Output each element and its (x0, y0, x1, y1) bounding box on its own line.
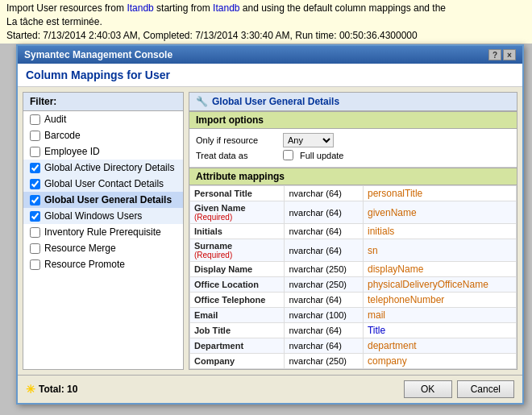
notice-line3: Started: 7/13/2014 2:40:03 AM, Completed… (6, 29, 526, 43)
attr-mapping-department[interactable]: department (363, 338, 516, 354)
filter-item-global-general[interactable]: Global User General Details (23, 192, 183, 208)
filter-item-resource-promote[interactable]: Resource Promote (23, 256, 183, 272)
table-row: Surname(Required) nvarchar (64) sn (190, 239, 517, 262)
dialog-title: Symantec Management Console (24, 49, 172, 60)
dialog-header: Column Mappings for User (18, 64, 522, 87)
filter-checkbox-global-ad[interactable] (30, 163, 40, 173)
dialog-footer: ✳ Total: 10 OK Cancel (18, 375, 522, 403)
attr-mapping-surname[interactable]: sn (363, 239, 516, 262)
close-button[interactable]: × (503, 49, 516, 60)
filter-item-audit[interactable]: Audit (23, 111, 183, 127)
attr-type-office-telephone: nvarchar (64) (285, 293, 364, 308)
attr-name-given-name: Given Name(Required) (190, 201, 285, 224)
filter-label-global-general: Global User General Details (44, 194, 172, 205)
footer-total: ✳ Total: 10 (26, 383, 77, 396)
filter-item-global-ad[interactable]: Global Active Directory Details (23, 160, 183, 176)
dialog-body: Filter: Audit Barcode Employee ID Global… (18, 87, 522, 375)
attr-type-office-location: nvarchar (250) (285, 277, 364, 293)
attr-mapping-company[interactable]: company (363, 354, 516, 369)
star-icon: ✳ (26, 383, 35, 396)
filter-label-audit: Audit (44, 114, 66, 125)
filter-header: Filter: (23, 93, 183, 111)
treat-data-as-label: Treat data as (196, 151, 276, 160)
table-row: Personal Title nvarchar (64) personalTit… (190, 186, 517, 201)
cancel-button[interactable]: Cancel (457, 380, 514, 398)
attr-name-email: Email (190, 308, 285, 323)
ok-button[interactable]: OK (404, 380, 452, 398)
table-row: Email nvarchar (100) mail (190, 308, 517, 323)
table-row: Department nvarchar (64) department (190, 338, 517, 354)
attr-type-department: nvarchar (64) (285, 338, 364, 354)
import-options-header: Import options (189, 111, 517, 129)
help-button[interactable]: ? (488, 49, 501, 60)
attr-type-personal-title: nvarchar (64) (285, 186, 364, 201)
filter-label-resource-promote: Resource Promote (44, 259, 125, 270)
attr-name-job-title: Job Title (190, 323, 285, 338)
attr-table-container: Personal Title nvarchar (64) personalTit… (189, 185, 517, 369)
attr-type-surname: nvarchar (64) (285, 239, 364, 262)
attr-type-company: nvarchar (250) (285, 354, 364, 369)
filter-label-global-ad: Global Active Directory Details (44, 162, 174, 173)
attr-name-surname: Surname(Required) (190, 239, 285, 262)
attr-type-display-name: nvarchar (250) (285, 262, 364, 277)
filter-panel: Filter: Audit Barcode Employee ID Global… (23, 92, 184, 370)
filter-checkbox-resource-merge[interactable] (30, 243, 40, 254)
default-mappings-link[interactable]: default column mappings (303, 2, 410, 14)
table-row: Given Name(Required) nvarchar (64) given… (190, 201, 517, 224)
filter-checkbox-resource-promote[interactable] (30, 259, 40, 270)
filter-label-employee-id: Employee ID (44, 146, 100, 157)
filter-item-barcode[interactable]: Barcode (23, 127, 183, 143)
attr-type-email: nvarchar (100) (285, 308, 364, 323)
table-row: Display Name nvarchar (250) displayName (190, 262, 517, 277)
only-if-resource-label: Only if resource (196, 135, 276, 145)
attr-name-department: Department (190, 338, 285, 354)
filter-checkbox-inventory[interactable] (30, 227, 40, 238)
attr-mapping-personal-title[interactable]: personalTitle (363, 186, 516, 201)
filter-item-employee-id[interactable]: Employee ID (23, 143, 183, 160)
treat-data-as-row: Treat data as Full update (196, 150, 510, 160)
filter-checkbox-global-windows[interactable] (30, 211, 40, 222)
filter-checkbox-global-general[interactable] (30, 195, 40, 205)
attr-mapping-email[interactable]: mail (363, 308, 516, 323)
filter-label-global-windows: Global Windows Users (44, 210, 142, 222)
right-panel-icon: 🔧 (196, 96, 208, 107)
filter-item-global-windows[interactable]: Global Windows Users (23, 208, 183, 224)
filter-label-inventory: Inventory Rule Prerequisite (44, 226, 161, 238)
attr-name-company: Company (190, 354, 285, 369)
full-update-checkbox[interactable] (283, 150, 293, 160)
attr-name-office-telephone: Office Telephone (190, 293, 285, 308)
table-row: Company nvarchar (250) company (190, 354, 517, 369)
attr-type-initials: nvarchar (64) (285, 224, 364, 239)
right-panel-title: Global User General Details (212, 96, 339, 107)
right-panel: 🔧 Global User General Details Import opt… (189, 92, 517, 370)
top-notice: Import User resources from Itandb starti… (0, 0, 532, 44)
filter-item-inventory[interactable]: Inventory Rule Prerequisite (23, 224, 183, 240)
filter-checkbox-barcode[interactable] (30, 131, 40, 141)
table-row: Office Location nvarchar (250) physicalD… (190, 277, 517, 293)
filter-checkbox-audit[interactable] (30, 114, 40, 125)
full-update-label: Full update (300, 151, 380, 160)
right-panel-header: 🔧 Global User General Details (189, 93, 517, 111)
table-row: Office Telephone nvarchar (64) telephone… (190, 293, 517, 308)
import-options-section: Only if resource Any New Existing Treat … (189, 129, 517, 168)
filter-checkbox-global-contact[interactable] (30, 179, 40, 189)
filter-item-global-contact[interactable]: Global User Contact Details (23, 176, 183, 192)
filter-checkbox-employee-id[interactable] (30, 147, 40, 157)
footer-buttons: OK Cancel (404, 380, 514, 398)
attr-mapping-given-name[interactable]: givenName (363, 201, 516, 224)
filter-item-resource-merge[interactable]: Resource Merge (23, 240, 183, 256)
titlebar-buttons: ? × (488, 49, 516, 60)
only-if-resource-select[interactable]: Any New Existing (283, 133, 334, 147)
attr-name-display-name: Display Name (190, 262, 285, 277)
filter-label-barcode: Barcode (44, 130, 81, 141)
attr-mapping-display-name[interactable]: displayName (363, 262, 516, 277)
attr-mapping-office-telephone[interactable]: telephoneNumber (363, 293, 516, 308)
attr-mapping-job-title[interactable]: Title (363, 323, 516, 338)
attr-type-given-name: nvarchar (64) (285, 201, 364, 224)
notice-line2: La tâche est terminée. (6, 15, 526, 29)
only-if-resource-row: Only if resource Any New Existing (196, 133, 510, 147)
attr-type-job-title: nvarchar (64) (285, 323, 364, 338)
attr-mapping-initials[interactable]: initials (363, 224, 516, 239)
attr-mapping-office-location[interactable]: physicalDeliveryOfficeName (363, 277, 516, 293)
attr-name-office-location: Office Location (190, 277, 285, 293)
